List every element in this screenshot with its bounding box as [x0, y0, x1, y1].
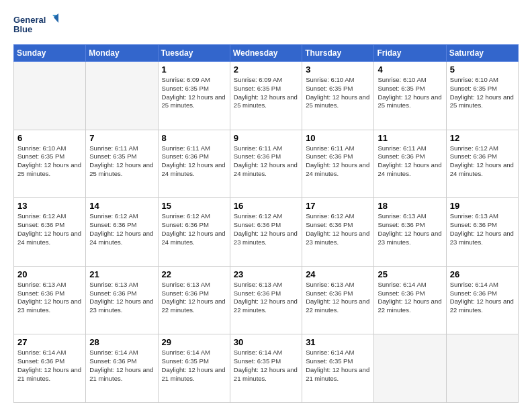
calendar-cell: 10Sunrise: 6:11 AMSunset: 6:36 PMDayligh… [302, 130, 374, 198]
calendar-cell: 26Sunrise: 6:14 AMSunset: 6:36 PMDayligh… [446, 266, 518, 334]
day-number: 13 [17, 201, 82, 211]
calendar-cell: 12Sunrise: 6:12 AMSunset: 6:36 PMDayligh… [446, 130, 518, 198]
cell-info: Sunrise: 6:12 AMSunset: 6:36 PMDaylight:… [450, 144, 515, 179]
calendar-week-4: 20Sunrise: 6:13 AMSunset: 6:36 PMDayligh… [14, 266, 519, 334]
calendar-cell: 22Sunrise: 6:13 AMSunset: 6:36 PMDayligh… [158, 266, 230, 334]
cell-info: Sunrise: 6:14 AMSunset: 6:36 PMDaylight:… [378, 281, 442, 315]
calendar-cell: 6Sunrise: 6:10 AMSunset: 6:35 PMDaylight… [14, 130, 86, 198]
cell-info: Sunrise: 6:13 AMSunset: 6:36 PMDaylight:… [234, 281, 298, 315]
cell-info: Sunrise: 6:13 AMSunset: 6:36 PMDaylight:… [306, 281, 370, 315]
calendar-cell: 19Sunrise: 6:13 AMSunset: 6:36 PMDayligh… [446, 198, 518, 267]
calendar-cell: 31Sunrise: 6:14 AMSunset: 6:35 PMDayligh… [302, 334, 374, 403]
generalblue-logo-icon: General Blue [13, 12, 60, 38]
calendar-header-row: SundayMondayTuesdayWednesdayThursdayFrid… [14, 45, 519, 62]
calendar-cell: 25Sunrise: 6:14 AMSunset: 6:36 PMDayligh… [374, 266, 446, 334]
day-header-thursday: Thursday [302, 45, 374, 62]
calendar-cell: 28Sunrise: 6:14 AMSunset: 6:36 PMDayligh… [86, 334, 158, 403]
day-number: 11 [378, 133, 442, 143]
calendar-cell: 5Sunrise: 6:10 AMSunset: 6:35 PMDaylight… [446, 62, 518, 130]
calendar-table: SundayMondayTuesdayWednesdayThursdayFrid… [13, 44, 519, 403]
calendar-cell [374, 334, 446, 403]
calendar-cell: 11Sunrise: 6:11 AMSunset: 6:36 PMDayligh… [374, 130, 446, 198]
calendar-cell: 2Sunrise: 6:09 AMSunset: 6:35 PMDaylight… [230, 62, 302, 130]
cell-info: Sunrise: 6:13 AMSunset: 6:36 PMDaylight:… [450, 212, 515, 246]
day-number: 31 [306, 337, 370, 347]
calendar-cell [14, 62, 86, 130]
calendar-cell: 20Sunrise: 6:13 AMSunset: 6:36 PMDayligh… [14, 266, 86, 334]
day-number: 2 [234, 64, 298, 75]
calendar-cell: 3Sunrise: 6:10 AMSunset: 6:35 PMDaylight… [302, 62, 374, 130]
calendar-cell [86, 62, 158, 130]
day-header-wednesday: Wednesday [230, 45, 302, 62]
cell-info: Sunrise: 6:09 AMSunset: 6:35 PMDaylight:… [162, 76, 226, 110]
cell-info: Sunrise: 6:10 AMSunset: 6:35 PMDaylight:… [450, 76, 515, 110]
cell-info: Sunrise: 6:14 AMSunset: 6:36 PMDaylight:… [17, 349, 82, 383]
day-number: 6 [17, 133, 82, 143]
calendar-week-1: 1Sunrise: 6:09 AMSunset: 6:35 PMDaylight… [14, 62, 519, 130]
calendar-cell: 27Sunrise: 6:14 AMSunset: 6:36 PMDayligh… [14, 334, 86, 403]
day-number: 23 [234, 269, 298, 279]
cell-info: Sunrise: 6:14 AMSunset: 6:35 PMDaylight:… [306, 349, 370, 383]
day-number: 24 [306, 269, 370, 279]
cell-info: Sunrise: 6:13 AMSunset: 6:36 PMDaylight:… [162, 281, 226, 315]
day-number: 1 [162, 64, 226, 75]
day-number: 27 [17, 337, 82, 347]
calendar-cell: 29Sunrise: 6:14 AMSunset: 6:35 PMDayligh… [158, 334, 230, 403]
calendar-cell: 15Sunrise: 6:12 AMSunset: 6:36 PMDayligh… [158, 198, 230, 267]
day-number: 4 [378, 64, 442, 75]
day-number: 10 [306, 133, 370, 143]
day-number: 14 [89, 201, 154, 211]
calendar-cell: 23Sunrise: 6:13 AMSunset: 6:36 PMDayligh… [230, 266, 302, 334]
calendar-cell: 7Sunrise: 6:11 AMSunset: 6:35 PMDaylight… [86, 130, 158, 198]
day-header-sunday: Sunday [14, 45, 86, 62]
svg-text:General: General [13, 15, 46, 25]
cell-info: Sunrise: 6:09 AMSunset: 6:35 PMDaylight:… [234, 76, 298, 110]
day-header-friday: Friday [374, 45, 446, 62]
cell-info: Sunrise: 6:12 AMSunset: 6:36 PMDaylight:… [234, 212, 298, 246]
cell-info: Sunrise: 6:14 AMSunset: 6:36 PMDaylight:… [89, 349, 154, 383]
cell-info: Sunrise: 6:11 AMSunset: 6:36 PMDaylight:… [234, 144, 298, 179]
day-header-tuesday: Tuesday [158, 45, 230, 62]
day-number: 5 [450, 64, 515, 75]
calendar-cell: 8Sunrise: 6:11 AMSunset: 6:36 PMDaylight… [158, 130, 230, 198]
calendar-cell: 16Sunrise: 6:12 AMSunset: 6:36 PMDayligh… [230, 198, 302, 267]
day-number: 7 [89, 133, 154, 143]
day-number: 18 [378, 201, 442, 211]
day-number: 16 [234, 201, 298, 211]
page: General Blue SundayMondayTuesdayWednesda… [0, 0, 532, 411]
calendar-week-2: 6Sunrise: 6:10 AMSunset: 6:35 PMDaylight… [14, 130, 519, 198]
day-number: 17 [306, 201, 370, 211]
cell-info: Sunrise: 6:12 AMSunset: 6:36 PMDaylight:… [17, 212, 82, 246]
day-number: 25 [378, 269, 442, 279]
cell-info: Sunrise: 6:13 AMSunset: 6:36 PMDaylight:… [89, 281, 154, 315]
day-number: 8 [162, 133, 226, 143]
cell-info: Sunrise: 6:10 AMSunset: 6:35 PMDaylight:… [378, 76, 442, 110]
cell-info: Sunrise: 6:11 AMSunset: 6:36 PMDaylight:… [162, 144, 226, 179]
calendar-cell: 24Sunrise: 6:13 AMSunset: 6:36 PMDayligh… [302, 266, 374, 334]
cell-info: Sunrise: 6:10 AMSunset: 6:35 PMDaylight:… [306, 76, 370, 110]
calendar-cell: 1Sunrise: 6:09 AMSunset: 6:35 PMDaylight… [158, 62, 230, 130]
day-number: 9 [234, 133, 298, 143]
day-number: 19 [450, 201, 515, 211]
day-number: 3 [306, 64, 370, 75]
day-number: 15 [162, 201, 226, 211]
calendar-cell: 14Sunrise: 6:12 AMSunset: 6:36 PMDayligh… [86, 198, 158, 267]
day-header-saturday: Saturday [446, 45, 518, 62]
day-number: 20 [17, 269, 82, 279]
logo: General Blue [13, 12, 60, 38]
cell-info: Sunrise: 6:14 AMSunset: 6:36 PMDaylight:… [450, 281, 515, 315]
cell-info: Sunrise: 6:14 AMSunset: 6:35 PMDaylight:… [234, 349, 298, 383]
day-header-monday: Monday [86, 45, 158, 62]
calendar-week-3: 13Sunrise: 6:12 AMSunset: 6:36 PMDayligh… [14, 198, 519, 267]
cell-info: Sunrise: 6:11 AMSunset: 6:35 PMDaylight:… [89, 144, 154, 179]
day-number: 21 [89, 269, 154, 279]
day-number: 29 [162, 337, 226, 347]
calendar-cell: 13Sunrise: 6:12 AMSunset: 6:36 PMDayligh… [14, 198, 86, 267]
calendar-cell: 17Sunrise: 6:12 AMSunset: 6:36 PMDayligh… [302, 198, 374, 267]
day-number: 30 [234, 337, 298, 347]
svg-text:Blue: Blue [13, 24, 32, 34]
day-number: 28 [89, 337, 154, 347]
cell-info: Sunrise: 6:14 AMSunset: 6:35 PMDaylight:… [162, 349, 226, 383]
calendar-cell: 21Sunrise: 6:13 AMSunset: 6:36 PMDayligh… [86, 266, 158, 334]
calendar-cell [446, 334, 518, 403]
